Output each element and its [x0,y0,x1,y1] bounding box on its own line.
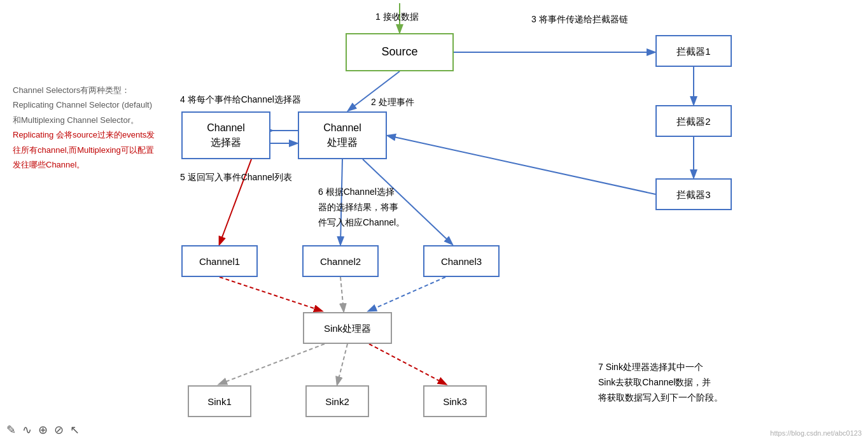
label-6: 6 根据Channel选择器的选择结果，将事件写入相应Channel。 [318,185,405,230]
channel2-box: Channel2 [302,245,379,277]
svg-line-11 [220,277,321,311]
svg-line-14 [220,344,325,384]
svg-line-15 [337,344,347,384]
channel-processor-label: Channel处理器 [323,121,361,150]
channel2-label: Channel2 [320,255,361,268]
label-3: 3 将事件传递给拦截器链 [531,14,628,25]
label-1: 1 接收数据 [375,11,419,23]
sink-processor-label: Sink处理器 [324,322,371,335]
sink2-label: Sink2 [325,395,349,408]
interceptor2-label: 拦截器2 [676,115,710,128]
sink2-box: Sink2 [305,385,369,417]
curve-icon[interactable]: ∿ [22,423,32,437]
plus-circle-icon[interactable]: ⊕ [38,423,48,437]
interceptor1-box: 拦截器1 [655,35,732,67]
sink1-box: Sink1 [188,385,251,417]
channel-selector-box: Channel选择器 [181,111,270,159]
interceptor3-box: 拦截器3 [655,178,732,210]
channel-processor-box: Channel处理器 [298,111,387,159]
sidebar-text-red: Replicating 会将source过来的events发往所有channel… [13,130,155,169]
sink-processor-box: Sink处理器 [303,312,392,344]
sidebar-text-normal: Channel Selectors有两种类型：Replicating Chann… [13,85,155,169]
svg-line-16 [369,344,445,384]
sink3-box: Sink3 [423,385,487,417]
diagram: Source Channel选择器 Channel处理器 拦截器1 拦截器2 拦… [0,0,868,442]
sink1-label: Sink1 [207,395,232,408]
svg-line-13 [369,277,445,311]
sidebar-text: Channel Selectors有两种类型：Replicating Chann… [13,83,159,172]
cursor-icon[interactable]: ↖ [70,423,80,437]
channel1-label: Channel1 [199,255,240,268]
source-label: Source [381,44,417,60]
channel-selector-label: Channel选择器 [207,121,245,150]
bottom-toolbar[interactable]: ✎ ∿ ⊕ ⊘ ↖ [6,423,80,437]
interceptor3-label: 拦截器3 [676,188,710,201]
minus-circle-icon[interactable]: ⊘ [54,423,64,437]
interceptor1-label: 拦截器1 [676,45,710,58]
channel1-box: Channel1 [181,245,258,277]
sink3-label: Sink3 [443,395,467,408]
channel3-label: Channel3 [441,255,482,268]
label-7: 7 Sink处理器选择其中一个Sink去获取Channel数据，并将获取数据写入… [598,360,723,405]
svg-line-5 [388,136,655,194]
label-5: 5 返回写入事件Channel列表 [180,172,292,183]
source-box: Source [346,33,454,71]
interceptor2-box: 拦截器2 [655,105,732,137]
svg-line-12 [340,277,344,311]
watermark: https://blog.csdn.net/abc0123 [770,429,862,437]
channel3-box: Channel3 [423,245,500,277]
label-4: 4 将每个事件给Channel选择器 [180,94,301,106]
pencil-icon[interactable]: ✎ [6,423,16,437]
label-2: 2 处理事件 [371,97,414,108]
